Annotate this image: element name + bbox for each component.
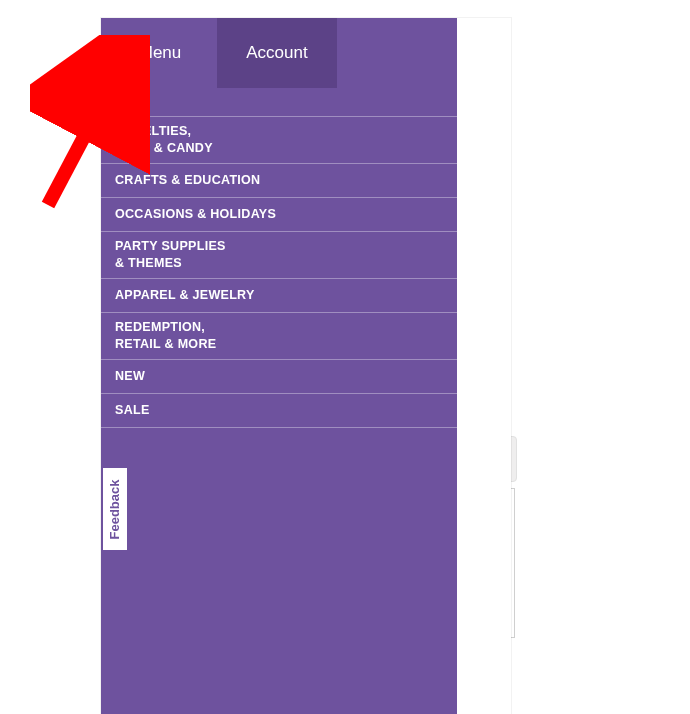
- viewport: Menu Account NOVELTIES, TOYS & CANDY CRA…: [101, 18, 511, 714]
- cat-novelties-toys-candy[interactable]: NOVELTIES, TOYS & CANDY: [101, 117, 457, 164]
- cat-sale[interactable]: SALE: [101, 394, 457, 428]
- category-list: NOVELTIES, TOYS & CANDY CRAFTS & EDUCATI…: [101, 116, 457, 428]
- cat-occasions-holidays[interactable]: OCCASIONS & HOLIDAYS: [101, 198, 457, 232]
- tab-account[interactable]: Account: [217, 18, 337, 88]
- drawer-tabs: Menu Account: [101, 18, 457, 88]
- cat-crafts-education[interactable]: CRAFTS & EDUCATION: [101, 164, 457, 198]
- cat-party-supplies-themes[interactable]: PARTY SUPPLIES & THEMES: [101, 232, 457, 279]
- cat-apparel-jewelry[interactable]: APPAREL & JEWELRY: [101, 279, 457, 313]
- feedback-tab[interactable]: Feedback: [101, 466, 129, 552]
- tab-menu[interactable]: Menu: [101, 18, 219, 88]
- feedback-label: Feedback: [108, 479, 123, 539]
- side-drawer: Menu Account NOVELTIES, TOYS & CANDY CRA…: [101, 18, 457, 714]
- cat-redemption-retail-more[interactable]: REDEMPTION, RETAIL & MORE: [101, 313, 457, 360]
- cat-new[interactable]: NEW: [101, 360, 457, 394]
